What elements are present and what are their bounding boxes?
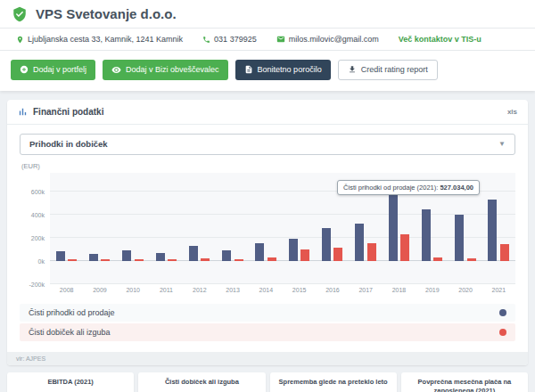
x-tick-label: 2021	[482, 287, 515, 293]
email-text: milos.milovic@gmail.com	[289, 35, 379, 44]
bar-2015-series0[interactable]	[289, 239, 298, 261]
financial-card-body: Prihodki in dobiček ▼ (EUR) -200k0k200k4…	[7, 125, 528, 341]
bar-2017-series0[interactable]	[355, 224, 364, 261]
legend-item-revenue[interactable]: Čisti prihodki od prodaje	[20, 304, 515, 322]
company-email: milos.milovic@gmail.com	[276, 35, 379, 44]
stat-title: Povprečna mesečna plača na zaposlenega (…	[401, 372, 528, 392]
bar-2017-series1[interactable]	[367, 243, 376, 261]
eye-icon	[111, 65, 121, 75]
plus-circle-icon	[20, 65, 29, 74]
bar-2014-series0[interactable]	[255, 243, 264, 261]
y-tick-label: 200k	[31, 234, 45, 241]
bar-2014-series1[interactable]	[268, 257, 276, 261]
add-to-alerts-button[interactable]: Dodaj v Bizi obveščevalec	[103, 60, 228, 80]
company-address: Ljubljanska cesta 33, Kamnik, 1241 Kamni…	[16, 35, 183, 44]
chevron-down-icon: ▼	[498, 140, 506, 148]
shield-check-icon	[12, 6, 28, 22]
x-tick-label: 2013	[216, 287, 249, 293]
bar-2009-series0[interactable]	[89, 254, 98, 261]
bar-2015-series1[interactable]	[300, 249, 309, 261]
location-pin-icon	[16, 36, 24, 44]
chart-xaxis: 2008200920102011201220132014201520162017…	[50, 284, 515, 297]
credit-rating-report-button[interactable]: Credit rating report	[338, 60, 438, 80]
bar-group-2012	[183, 173, 216, 284]
stat-card-ebitda: EBITDA (2021) 211.084,00	[7, 372, 134, 392]
tooltip-label: Čisti prihodki od prodaje (2021):	[343, 184, 438, 192]
x-tick-label: 2010	[117, 287, 150, 293]
bar-2013-series1[interactable]	[235, 259, 243, 261]
bar-group-2014	[250, 173, 283, 284]
stat-title: EBITDA (2021)	[7, 372, 134, 392]
x-tick-label: 2016	[316, 287, 349, 293]
bar-2018-series1[interactable]	[400, 234, 409, 261]
bar-2021-series1[interactable]	[500, 244, 509, 261]
stat-title: Sprememba glede na preteklo leto	[270, 372, 397, 392]
financial-data-card: Finančni podatki xls Prihodki in dobiček…	[7, 100, 528, 365]
bar-group-2009	[83, 173, 116, 284]
bar-2008-series1[interactable]	[68, 259, 77, 260]
bar-2012-series0[interactable]	[189, 246, 198, 261]
page: VPS Svetovanje d.o.o. Ljubljanska cesta …	[0, 0, 535, 392]
bar-2016-series1[interactable]	[333, 248, 342, 260]
bar-2011-series1[interactable]	[168, 259, 177, 260]
bar-2010-series0[interactable]	[122, 250, 131, 261]
bar-2019-series0[interactable]	[422, 209, 431, 260]
axis-unit-label: (EUR)	[21, 162, 515, 170]
y-tick-label: 400k	[31, 211, 45, 217]
bar-2012-series1[interactable]	[201, 258, 210, 261]
bar-2010-series1[interactable]	[135, 259, 144, 261]
company-name: VPS Svetovanje d.o.o.	[36, 6, 177, 21]
credit-report-button[interactable]: Bonitetno poročilo	[235, 60, 331, 80]
x-tick-label: 2009	[83, 287, 116, 293]
add-to-portfolio-button[interactable]: Dodaj v portfelj	[11, 60, 95, 80]
bar-2020-series1[interactable]	[467, 258, 476, 261]
financial-card-header: Finančni podatki xls	[7, 100, 528, 125]
legend-label-profit: Čisti dobiček ali izguba	[29, 328, 111, 337]
legend-label-revenue: Čisti prihodki od prodaje	[29, 308, 115, 317]
bar-2013-series0[interactable]	[222, 250, 231, 261]
bar-2008-series0[interactable]	[56, 251, 65, 260]
y-tick-label: 600k	[31, 188, 45, 194]
bar-2011-series0[interactable]	[156, 253, 165, 261]
bar-2020-series0[interactable]	[455, 215, 464, 261]
bar-2009-series1[interactable]	[101, 259, 110, 261]
main-content: Finančni podatki xls Prihodki in dobiček…	[0, 91, 535, 392]
bar-group-2013	[216, 173, 249, 284]
bar-2019-series1[interactable]	[433, 257, 442, 261]
more-contacts-link[interactable]: Več kontaktov v TIS-u	[399, 35, 482, 44]
financial-card-title: Finančni podatki	[33, 107, 103, 117]
chart: -200k0k200k400k600k Čisti prihodki od pr…	[20, 173, 515, 284]
bar-2016-series0[interactable]	[322, 228, 331, 260]
stat-card-yoy-change: Sprememba glede na preteklo leto 3,52▲	[270, 372, 397, 392]
legend-dot-profit	[499, 329, 506, 336]
x-tick-label: 2015	[283, 287, 316, 293]
x-tick-label: 2014	[250, 287, 283, 293]
export-xls-link[interactable]: xls	[507, 108, 517, 116]
x-tick-label: 2011	[150, 287, 183, 293]
bar-2021-series0[interactable]	[488, 200, 497, 261]
credit-report-label: Bonitetno poročilo	[258, 65, 322, 75]
bar-group-2015	[283, 173, 316, 284]
stat-title: Čisti dobiček ali izguba	[138, 372, 265, 392]
stat-card-net-profit: Čisti dobiček ali izguba 144.729,00	[138, 372, 265, 392]
legend-item-profit[interactable]: Čisti dobiček ali izguba	[20, 323, 515, 341]
stat-card-avg-salary: Povprečna mesečna plača na zaposlenega (…	[401, 372, 528, 392]
y-tick-label: -200k	[29, 281, 45, 287]
action-toolbar: Dodaj v portfelj Dodaj v Bizi obveščeval…	[0, 51, 535, 91]
y-tick-label: 0k	[38, 257, 45, 264]
bar-group-2008	[50, 173, 83, 284]
phone-icon	[202, 36, 210, 44]
credit-rating-report-label: Credit rating report	[361, 65, 428, 75]
chart-plot: Čisti prihodki od prodaje (2021): 527.03…	[50, 173, 515, 284]
x-tick-label: 2017	[350, 287, 383, 293]
chart-legend: Čisti prihodki od prodaje Čisti dobiček …	[20, 304, 515, 341]
legend-dot-revenue	[499, 309, 506, 316]
company-phone: 031 379925	[202, 35, 257, 44]
add-to-portfolio-label: Dodaj v portfelj	[33, 65, 86, 75]
company-header: VPS Svetovanje d.o.o.	[0, 0, 535, 29]
x-tick-label: 2020	[449, 287, 482, 293]
stats-row: EBITDA (2021) 211.084,00 Čisti dobiček a…	[7, 372, 528, 392]
metric-select[interactable]: Prihodki in dobiček ▼	[20, 134, 515, 155]
document-icon	[244, 65, 253, 74]
x-tick-label: 2012	[183, 287, 216, 293]
